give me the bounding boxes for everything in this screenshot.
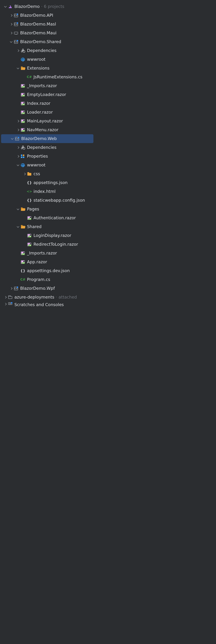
file-node-redirecttologin[interactable]: RedirectToLogin.razor — [0, 240, 95, 249]
chevron-down-icon[interactable] — [16, 225, 20, 229]
chevron-down-icon[interactable] — [9, 40, 13, 44]
file-node-appsettings-dev[interactable]: appsettings.dev.json — [0, 266, 95, 275]
project-label: BlazorDemo.Wpf — [20, 286, 55, 291]
csharp-file-icon — [21, 278, 25, 282]
solution-explorer-tree[interactable]: BlazorDemo · 6 projects BlazorDemo.API B… — [0, 0, 95, 312]
folder-label: css — [34, 172, 40, 176]
file-node-imports-web[interactable]: _Imports.razor — [0, 249, 95, 258]
wwwroot-node[interactable]: wwwroot — [0, 161, 95, 170]
attached-folder-node[interactable]: azure-deployments · attached — [0, 293, 95, 302]
razor-file-icon — [21, 119, 25, 123]
project-label: BlazorDemo.Maui — [20, 30, 57, 35]
folder-icon — [27, 173, 31, 176]
chevron-right-icon[interactable] — [16, 154, 20, 158]
file-node-program[interactable]: Program.cs — [0, 275, 95, 284]
file-label: Program.cs — [27, 277, 50, 282]
razor-file-icon — [27, 216, 31, 220]
folder-open-icon — [21, 67, 25, 70]
csproj-icon — [14, 14, 18, 17]
solution-node[interactable]: BlazorDemo · 6 projects — [0, 2, 95, 11]
file-node-appsettings[interactable]: appsettings.json — [0, 178, 95, 187]
dependencies-node[interactable]: Dependencies — [0, 46, 95, 55]
razor-file-icon — [21, 102, 25, 105]
folder-label: Properties — [27, 154, 48, 158]
razor-file-icon — [21, 252, 25, 255]
scratches-label: Scratches and Consoles — [15, 302, 64, 307]
razor-file-icon — [27, 234, 31, 238]
file-node-index-html[interactable]: index.html — [0, 187, 95, 196]
chevron-down-icon[interactable] — [16, 66, 20, 70]
chevron-right-icon[interactable] — [9, 31, 13, 35]
file-node-loader[interactable]: Loader.razor — [0, 108, 95, 117]
chevron-right-icon[interactable] — [4, 296, 7, 299]
file-node-mainlayout[interactable]: MainLayout.razor — [0, 117, 95, 126]
folder-label: wwwroot — [27, 57, 46, 62]
chevron-right-icon[interactable] — [16, 128, 20, 132]
csproj-icon — [14, 22, 18, 26]
properties-icon — [21, 154, 25, 158]
project-node-shared[interactable]: BlazorDemo.Shared — [0, 38, 95, 46]
folder-node-css[interactable]: css — [0, 170, 95, 178]
json-file-icon — [27, 181, 31, 185]
project-label: BlazorDemo.Shared — [20, 39, 61, 44]
solution-icon — [8, 5, 12, 9]
csproj-icon — [14, 40, 18, 44]
folder-node-extensions[interactable]: Extensions — [0, 64, 95, 72]
solution-name: BlazorDemo — [15, 4, 40, 9]
separator-dot: · — [56, 295, 57, 300]
file-label: RedirectToLogin.razor — [34, 242, 78, 246]
json-file-icon — [21, 269, 25, 273]
chevron-down-icon[interactable] — [4, 5, 7, 8]
file-label: index.html — [34, 189, 56, 194]
project-label: BlazorDemo.Masl — [20, 22, 56, 26]
folder-label: Shared — [27, 224, 42, 229]
project-node-masl[interactable]: BlazorDemo.Masl — [0, 20, 95, 28]
chevron-right-icon[interactable] — [16, 119, 20, 123]
csharp-file-icon — [27, 75, 31, 79]
folder-label: Pages — [27, 207, 39, 211]
folder-node-pages[interactable]: Pages — [0, 205, 95, 214]
folder-node-shared[interactable]: Shared — [0, 222, 95, 231]
chevron-right-icon[interactable] — [16, 146, 20, 149]
project-node-web[interactable]: BlazorDemo.Web — [1, 134, 93, 143]
chevron-down-icon[interactable] — [16, 208, 20, 211]
file-node-navmenu[interactable]: NavMenu.razor — [0, 126, 95, 134]
project-label: BlazorDemo.API — [20, 13, 53, 18]
chevron-down-icon[interactable] — [11, 137, 14, 140]
file-label: App.razor — [27, 260, 47, 264]
json-file-icon — [27, 198, 31, 202]
folder-label: wwwroot — [27, 163, 46, 167]
chevron-right-icon[interactable] — [9, 22, 13, 26]
file-node-emptyloader[interactable]: EmptyLoader.razor — [0, 90, 95, 99]
dependencies-label: Dependencies — [27, 48, 57, 53]
project-node-maui[interactable]: BlazorDemo.Maui — [0, 28, 95, 38]
project-node-wpf[interactable]: BlazorDemo.Wpf — [0, 284, 95, 293]
chevron-right-icon[interactable] — [23, 172, 26, 176]
chevron-right-icon[interactable] — [16, 49, 20, 52]
wwwroot-node[interactable]: wwwroot — [0, 55, 95, 64]
scratches-node[interactable]: Scratches and Consoles — [0, 302, 95, 308]
properties-node[interactable]: Properties — [0, 152, 95, 161]
project-node-api[interactable]: BlazorDemo.API — [0, 11, 95, 20]
folder-outline-icon — [8, 296, 12, 299]
file-label: EmptyLoader.razor — [27, 92, 66, 97]
dependencies-node[interactable]: Dependencies — [0, 143, 95, 152]
file-label: JsRuntimeExtensions.cs — [34, 74, 82, 79]
file-node-app-razor[interactable]: App.razor — [0, 258, 95, 266]
razor-file-icon — [21, 84, 25, 88]
chevron-down-icon[interactable] — [16, 164, 20, 167]
file-node-staticwebapp[interactable]: staticwebapp.config.json — [0, 196, 95, 205]
file-node-index-razor[interactable]: Index.razor — [0, 99, 95, 108]
csproj-icon — [14, 287, 18, 290]
chevron-right-icon[interactable] — [9, 14, 13, 17]
razor-file-icon — [21, 128, 25, 132]
globe-icon — [21, 58, 25, 61]
file-label: Index.razor — [27, 101, 50, 106]
file-node-logindisplay[interactable]: LoginDisplay.razor — [0, 231, 95, 240]
chevron-right-icon[interactable] — [4, 302, 7, 306]
file-node-imports[interactable]: _Imports.razor — [0, 82, 95, 90]
chevron-right-icon[interactable] — [9, 287, 13, 290]
file-node-jsruntimeextensions[interactable]: JsRuntimeExtensions.cs — [0, 72, 95, 82]
file-label: appsettings.dev.json — [27, 268, 70, 273]
file-node-authentication[interactable]: Authentication.razor — [0, 214, 95, 222]
